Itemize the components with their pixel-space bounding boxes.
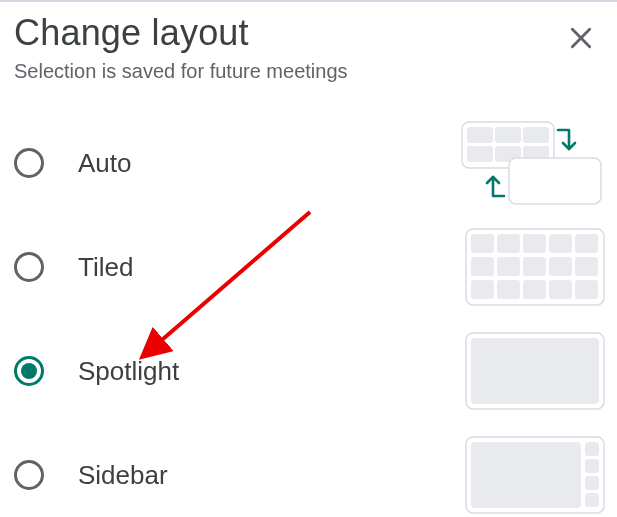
svg-rect-15	[575, 234, 598, 253]
preview-auto	[461, 121, 605, 205]
svg-rect-21	[471, 280, 494, 299]
svg-rect-18	[523, 257, 546, 276]
svg-rect-24	[549, 280, 572, 299]
radio-auto[interactable]	[14, 148, 44, 178]
svg-rect-31	[585, 459, 599, 473]
option-tiled[interactable]: Tiled	[14, 215, 609, 319]
svg-rect-9	[509, 158, 601, 204]
svg-rect-22	[497, 280, 520, 299]
option-label: Spotlight	[78, 356, 179, 387]
option-label: Sidebar	[78, 460, 168, 491]
svg-rect-16	[471, 257, 494, 276]
preview-spotlight	[465, 332, 605, 410]
dialog-subtitle: Selection is saved for future meetings	[14, 60, 348, 83]
layout-options: Auto	[14, 111, 609, 517]
swap-arrow-down-icon	[558, 130, 575, 149]
svg-rect-6	[467, 146, 493, 162]
dialog-title: Change layout	[14, 12, 348, 54]
svg-rect-32	[585, 476, 599, 490]
svg-rect-12	[497, 234, 520, 253]
option-auto[interactable]: Auto	[14, 111, 609, 215]
radio-sidebar[interactable]	[14, 460, 44, 490]
svg-rect-27	[471, 338, 599, 404]
close-button[interactable]	[559, 16, 603, 60]
close-icon	[568, 25, 594, 51]
option-spotlight[interactable]: Spotlight	[14, 319, 609, 423]
svg-rect-25	[575, 280, 598, 299]
svg-rect-17	[497, 257, 520, 276]
svg-rect-5	[523, 127, 549, 143]
svg-rect-3	[467, 127, 493, 143]
svg-rect-11	[471, 234, 494, 253]
option-label: Tiled	[78, 252, 133, 283]
svg-rect-33	[585, 493, 599, 507]
svg-rect-14	[549, 234, 572, 253]
svg-rect-4	[495, 127, 521, 143]
svg-rect-20	[575, 257, 598, 276]
preview-sidebar	[465, 436, 605, 514]
option-sidebar[interactable]: Sidebar	[14, 423, 609, 517]
svg-rect-23	[523, 280, 546, 299]
svg-rect-13	[523, 234, 546, 253]
radio-tiled[interactable]	[14, 252, 44, 282]
radio-spotlight[interactable]	[14, 356, 44, 386]
option-label: Auto	[78, 148, 132, 179]
svg-rect-19	[549, 257, 572, 276]
svg-rect-29	[471, 442, 581, 508]
swap-arrow-up-icon	[487, 177, 504, 196]
preview-tiled	[465, 228, 605, 306]
svg-rect-30	[585, 442, 599, 456]
